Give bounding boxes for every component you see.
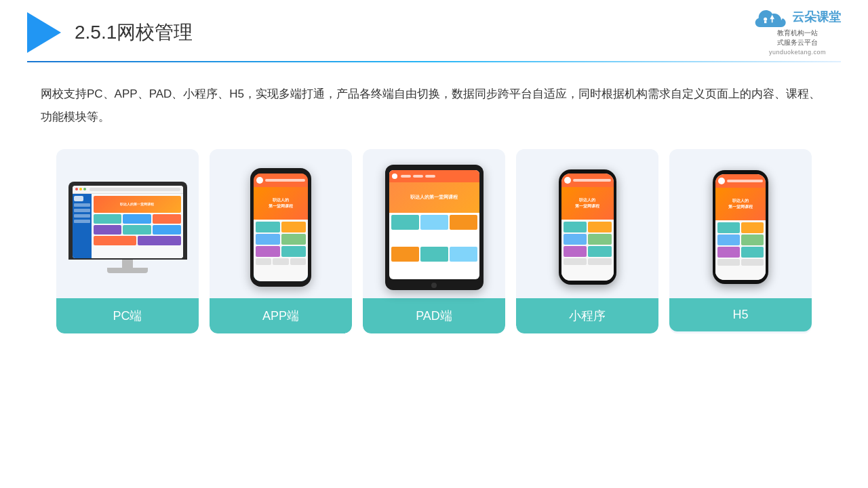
scg-chip	[256, 258, 271, 265]
pc-screen-outer: 职达人的第一堂网课程	[68, 182, 187, 260]
scg-banner: 职达人的 第一堂网课程	[254, 187, 308, 220]
pc-card-row2	[94, 225, 181, 235]
logo-triangle-icon	[27, 12, 61, 53]
ipad-grid-item	[450, 247, 477, 262]
ipad-grid-item	[391, 247, 419, 262]
scg-chip	[588, 234, 612, 245]
device-card-h5: 职达人的 第一堂网课程	[669, 149, 812, 333]
scg-chip	[717, 222, 740, 233]
device-label-h5: H5	[669, 298, 812, 331]
ipad-nav-item	[401, 175, 411, 178]
device-card-pad: 职达人的第一堂网课程 PAD端	[363, 149, 505, 333]
brand-name-en: yunduoketang.com	[769, 49, 826, 56]
scg-row	[256, 222, 306, 232]
ipad-screen: 职达人的第一堂网课程	[389, 170, 479, 279]
pc-card	[94, 236, 137, 245]
pc-sidebar-item	[74, 214, 90, 218]
ipad-mockup: 职达人的第一堂网课程	[385, 165, 484, 290]
pc-card-row	[94, 214, 181, 224]
scg-body	[561, 220, 614, 281]
scg-chip	[741, 247, 764, 258]
h5-screen: 职达人的 第一堂网课程	[715, 174, 766, 280]
description-text: 网校支持PC、APP、PAD、小程序、H5，实现多端打通，产品各终端自由切换，数…	[0, 62, 868, 129]
pc-sidebar-logo	[74, 196, 83, 201]
brand-name-cn: 云朵课堂	[792, 9, 841, 25]
device-image-wechat: 职达人的 第一堂网课程	[516, 149, 658, 298]
scg-row	[717, 235, 764, 245]
scg-chip	[741, 259, 764, 266]
pc-stand-neck	[122, 260, 133, 268]
scg-row	[564, 234, 612, 245]
title-number: 2.5.1网校管理	[75, 22, 193, 43]
device-label-pc: PC端	[56, 298, 199, 333]
scg-chip	[741, 222, 764, 233]
pc-sidebar	[73, 194, 92, 258]
scg-header	[561, 174, 614, 187]
scg-row	[717, 247, 764, 258]
brand-tagline: 教育机构一站 式服务云平台	[777, 28, 818, 47]
scg-title	[727, 180, 763, 182]
phone-screen: 职达人的 第一堂网课程	[254, 174, 308, 281]
scg-avatar	[256, 177, 263, 184]
h5-notch	[733, 170, 748, 174]
pc-card	[138, 236, 181, 245]
scg-avatar	[718, 178, 725, 184]
ipad-grid-item	[450, 215, 477, 230]
pc-dot-green	[83, 188, 86, 190]
scg-chip	[281, 222, 306, 232]
ipad-logo	[392, 174, 397, 179]
scg-row	[564, 258, 612, 265]
ipad-nav	[401, 175, 435, 178]
device-card-app: 职达人的 第一堂网课程	[210, 149, 352, 333]
pc-sidebar-item	[74, 209, 90, 212]
scg-chip	[717, 247, 740, 258]
scg-avatar	[564, 177, 571, 184]
ipad-nav-item	[425, 175, 435, 178]
ipad-grid	[389, 213, 479, 279]
pc-banner: 职达人的第一堂网课程	[94, 196, 181, 213]
ipad-topbar	[389, 170, 479, 182]
device-cards-container: 职达人的第一堂网课程	[0, 129, 868, 333]
pc-card	[153, 225, 181, 235]
scg-row	[256, 258, 306, 265]
brand-logo: 云朵课堂 教育机构一站 式服务云平台 yunduoketang.com	[754, 7, 841, 56]
scg-row	[717, 222, 764, 233]
scg-chip	[256, 222, 280, 232]
device-label-pad: PAD端	[363, 298, 505, 333]
pc-dot-yellow	[79, 188, 82, 190]
scg-chip	[564, 222, 587, 232]
cloud-logo: 云朵课堂	[754, 7, 841, 27]
wechat-notch	[580, 169, 595, 174]
ipad-grid-item	[420, 215, 448, 230]
device-card-pc: 职达人的第一堂网课程	[56, 149, 199, 333]
scg-chip	[588, 258, 612, 265]
pc-card	[94, 214, 122, 224]
scg-chip	[273, 258, 288, 265]
scg-row	[256, 246, 306, 257]
scg-header	[254, 174, 308, 187]
pc-sidebar-item	[74, 220, 90, 223]
scg-chip	[281, 246, 306, 257]
app-phone-mockup: 职达人的 第一堂网课程	[250, 168, 311, 287]
page-title: 2.5.1网校管理	[75, 20, 193, 45]
scg-chip	[256, 246, 280, 257]
scg-chip	[741, 235, 764, 245]
scg-chip	[564, 234, 587, 245]
device-image-pc: 职达人的第一堂网课程	[56, 149, 199, 298]
scg-chip	[564, 246, 587, 257]
pc-topbar	[73, 186, 183, 194]
screen-content: 职达人的 第一堂网课程	[561, 174, 614, 281]
scg-chip	[588, 246, 612, 257]
pc-card	[123, 225, 151, 235]
scg-chip	[281, 234, 306, 245]
scg-title	[265, 179, 305, 182]
pc-dot-red	[75, 188, 78, 190]
pc-card-row3	[94, 236, 181, 245]
scg-header	[715, 174, 766, 188]
device-card-wechat: 职达人的 第一堂网课程	[516, 149, 658, 333]
scg-chip	[717, 259, 740, 266]
pc-card	[123, 214, 151, 224]
pc-stand-base	[107, 268, 148, 273]
scg-banner: 职达人的 第一堂网课程	[715, 188, 766, 220]
ipad-nav-item	[413, 175, 423, 178]
